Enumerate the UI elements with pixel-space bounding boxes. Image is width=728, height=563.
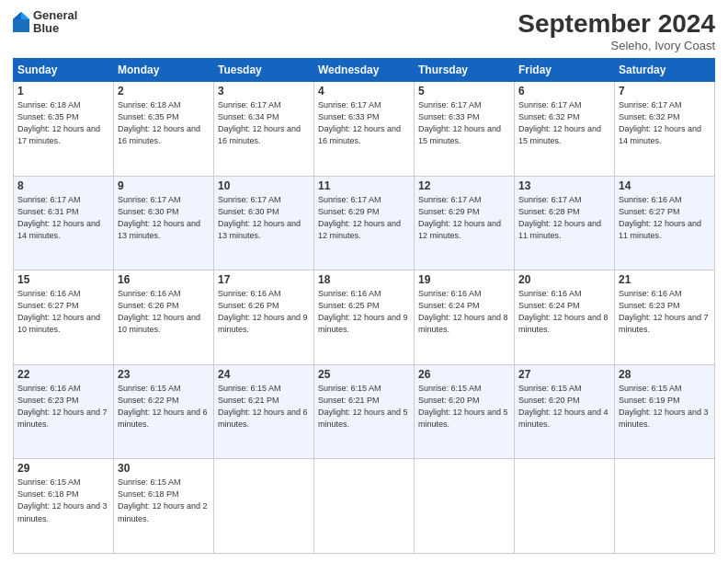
- day-info: Sunrise: 6:15 AMSunset: 6:18 PMDaylight:…: [17, 477, 109, 524]
- calendar-cell: 3Sunrise: 6:17 AMSunset: 6:34 PMDaylight…: [214, 82, 314, 177]
- location-subtitle: Seleho, Ivory Coast: [518, 39, 715, 52]
- day-number: 19: [418, 273, 510, 286]
- day-number: 3: [218, 85, 310, 98]
- column-header-tuesday: Tuesday: [214, 59, 314, 82]
- logo-icon: [13, 12, 29, 32]
- calendar-cell: 8Sunrise: 6:17 AMSunset: 6:31 PMDaylight…: [14, 176, 114, 270]
- day-number: 27: [518, 368, 610, 381]
- day-info: Sunrise: 6:17 AMSunset: 6:30 PMDaylight:…: [218, 194, 310, 242]
- day-info: Sunrise: 6:15 AMSunset: 6:21 PMDaylight:…: [218, 383, 310, 431]
- day-number: 1: [17, 85, 109, 98]
- day-number: 25: [318, 368, 410, 381]
- calendar-cell: 26Sunrise: 6:15 AMSunset: 6:20 PMDayligh…: [415, 364, 515, 459]
- day-info: Sunrise: 6:17 AMSunset: 6:29 PMDaylight:…: [318, 194, 410, 242]
- day-number: 28: [619, 368, 711, 381]
- day-number: 5: [418, 85, 510, 98]
- logo-line1: General: [33, 9, 77, 22]
- calendar-cell: 17Sunrise: 6:16 AMSunset: 6:26 PMDayligh…: [214, 270, 314, 365]
- day-number: 4: [318, 85, 410, 98]
- day-number: 16: [118, 273, 210, 286]
- day-number: 22: [17, 368, 109, 381]
- day-info: Sunrise: 6:15 AMSunset: 6:22 PMDaylight:…: [118, 383, 210, 431]
- calendar-cell: 6Sunrise: 6:17 AMSunset: 6:32 PMDaylight…: [515, 82, 615, 177]
- calendar-cell: 2Sunrise: 6:18 AMSunset: 6:35 PMDaylight…: [114, 82, 214, 177]
- calendar-cell: 1Sunrise: 6:18 AMSunset: 6:35 PMDaylight…: [14, 82, 114, 177]
- month-title: September 2024: [518, 9, 715, 39]
- day-info: Sunrise: 6:16 AMSunset: 6:23 PMDaylight:…: [17, 383, 109, 431]
- calendar-table: SundayMondayTuesdayWednesdayThursdayFrid…: [13, 58, 715, 554]
- column-header-thursday: Thursday: [415, 59, 515, 82]
- calendar-cell: 10Sunrise: 6:17 AMSunset: 6:30 PMDayligh…: [214, 176, 314, 270]
- day-number: 29: [17, 462, 109, 475]
- day-info: Sunrise: 6:17 AMSunset: 6:33 PMDaylight:…: [418, 99, 510, 147]
- logo-line2: Blue: [33, 22, 77, 35]
- calendar-week-5: 29Sunrise: 6:15 AMSunset: 6:18 PMDayligh…: [14, 459, 715, 554]
- day-info: Sunrise: 6:15 AMSunset: 6:18 PMDaylight:…: [118, 477, 210, 524]
- day-info: Sunrise: 6:18 AMSunset: 6:35 PMDaylight:…: [118, 99, 210, 147]
- day-info: Sunrise: 6:16 AMSunset: 6:24 PMDaylight:…: [418, 288, 510, 336]
- calendar-cell: 23Sunrise: 6:15 AMSunset: 6:22 PMDayligh…: [114, 364, 214, 459]
- day-info: Sunrise: 6:16 AMSunset: 6:26 PMDaylight:…: [218, 288, 310, 336]
- calendar-cell: 25Sunrise: 6:15 AMSunset: 6:21 PMDayligh…: [314, 364, 415, 459]
- column-header-friday: Friday: [515, 59, 615, 82]
- day-info: Sunrise: 6:16 AMSunset: 6:24 PMDaylight:…: [518, 288, 610, 336]
- day-number: 17: [218, 273, 310, 286]
- day-number: 23: [118, 368, 210, 381]
- day-info: Sunrise: 6:16 AMSunset: 6:27 PMDaylight:…: [619, 194, 711, 242]
- calendar-cell: 16Sunrise: 6:16 AMSunset: 6:26 PMDayligh…: [114, 270, 214, 365]
- day-info: Sunrise: 6:17 AMSunset: 6:32 PMDaylight:…: [518, 99, 610, 147]
- day-number: 9: [118, 179, 210, 192]
- day-number: 24: [218, 368, 310, 381]
- day-info: Sunrise: 6:17 AMSunset: 6:29 PMDaylight:…: [418, 194, 510, 242]
- day-info: Sunrise: 6:15 AMSunset: 6:20 PMDaylight:…: [518, 383, 610, 431]
- calendar-cell: [615, 459, 715, 554]
- header: General Blue September 2024 Seleho, Ivor…: [13, 9, 715, 52]
- day-info: Sunrise: 6:15 AMSunset: 6:20 PMDaylight:…: [418, 383, 510, 431]
- calendar-week-1: 1Sunrise: 6:18 AMSunset: 6:35 PMDaylight…: [14, 82, 715, 177]
- day-number: 20: [518, 273, 610, 286]
- column-header-saturday: Saturday: [615, 59, 715, 82]
- calendar-cell: 7Sunrise: 6:17 AMSunset: 6:32 PMDaylight…: [615, 82, 715, 177]
- column-header-wednesday: Wednesday: [314, 59, 415, 82]
- calendar-week-3: 15Sunrise: 6:16 AMSunset: 6:27 PMDayligh…: [14, 270, 715, 365]
- day-number: 8: [17, 179, 109, 192]
- day-number: 6: [518, 85, 610, 98]
- day-number: 14: [619, 179, 711, 192]
- day-number: 10: [218, 179, 310, 192]
- calendar-cell: 27Sunrise: 6:15 AMSunset: 6:20 PMDayligh…: [515, 364, 615, 459]
- day-info: Sunrise: 6:17 AMSunset: 6:28 PMDaylight:…: [518, 194, 610, 242]
- logo: General Blue: [13, 9, 77, 36]
- calendar-cell: 28Sunrise: 6:15 AMSunset: 6:19 PMDayligh…: [615, 364, 715, 459]
- calendar-cell: [314, 459, 415, 554]
- calendar-cell: 24Sunrise: 6:15 AMSunset: 6:21 PMDayligh…: [214, 364, 314, 459]
- day-number: 30: [118, 462, 210, 475]
- day-info: Sunrise: 6:15 AMSunset: 6:19 PMDaylight:…: [619, 383, 711, 431]
- day-number: 21: [619, 273, 711, 286]
- calendar-cell: 5Sunrise: 6:17 AMSunset: 6:33 PMDaylight…: [415, 82, 515, 177]
- column-header-monday: Monday: [114, 59, 214, 82]
- day-info: Sunrise: 6:16 AMSunset: 6:27 PMDaylight:…: [17, 288, 109, 336]
- calendar-header-row: SundayMondayTuesdayWednesdayThursdayFrid…: [14, 59, 715, 82]
- day-number: 15: [17, 273, 109, 286]
- day-number: 7: [619, 85, 711, 98]
- day-number: 2: [118, 85, 210, 98]
- calendar-cell: 14Sunrise: 6:16 AMSunset: 6:27 PMDayligh…: [615, 176, 715, 270]
- day-number: 26: [418, 368, 510, 381]
- calendar-cell: [415, 459, 515, 554]
- calendar-cell: 29Sunrise: 6:15 AMSunset: 6:18 PMDayligh…: [14, 459, 114, 554]
- calendar-cell: 18Sunrise: 6:16 AMSunset: 6:25 PMDayligh…: [314, 270, 415, 365]
- day-info: Sunrise: 6:17 AMSunset: 6:31 PMDaylight:…: [17, 194, 109, 242]
- page: General Blue September 2024 Seleho, Ivor…: [0, 0, 728, 563]
- calendar-cell: 30Sunrise: 6:15 AMSunset: 6:18 PMDayligh…: [114, 459, 214, 554]
- calendar-cell: 12Sunrise: 6:17 AMSunset: 6:29 PMDayligh…: [415, 176, 515, 270]
- day-info: Sunrise: 6:17 AMSunset: 6:33 PMDaylight:…: [318, 99, 410, 147]
- day-info: Sunrise: 6:18 AMSunset: 6:35 PMDaylight:…: [17, 99, 109, 147]
- calendar-cell: [515, 459, 615, 554]
- day-number: 11: [318, 179, 410, 192]
- calendar-cell: 13Sunrise: 6:17 AMSunset: 6:28 PMDayligh…: [515, 176, 615, 270]
- calendar-week-2: 8Sunrise: 6:17 AMSunset: 6:31 PMDaylight…: [14, 176, 715, 270]
- day-info: Sunrise: 6:16 AMSunset: 6:25 PMDaylight:…: [318, 288, 410, 336]
- day-number: 12: [418, 179, 510, 192]
- svg-marker-1: [21, 12, 29, 19]
- day-info: Sunrise: 6:17 AMSunset: 6:32 PMDaylight:…: [619, 99, 711, 147]
